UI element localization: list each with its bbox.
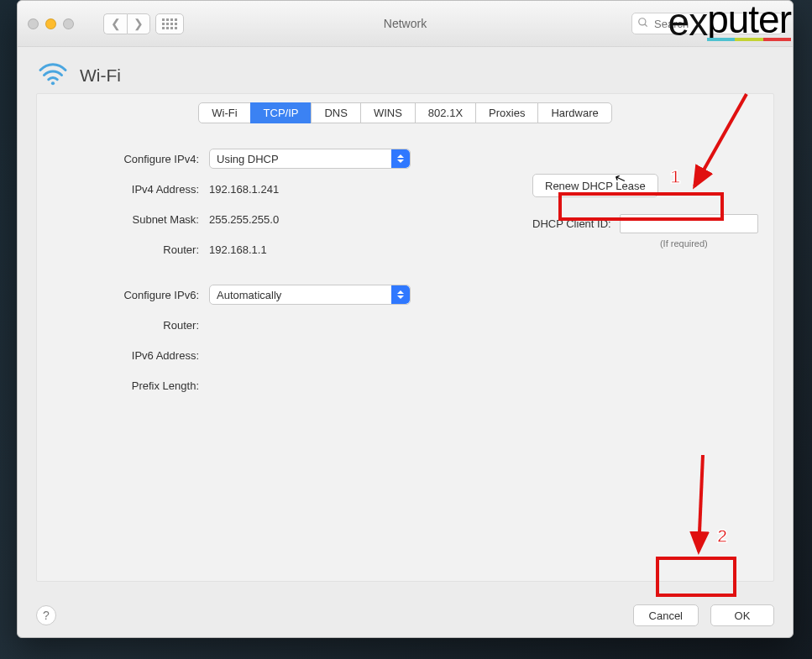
search-wrap bbox=[631, 13, 783, 34]
tab-8021x[interactable]: 802.1X bbox=[415, 102, 476, 123]
back-button[interactable]: ❮ bbox=[103, 13, 127, 34]
dhcp-client-id-hint: (If required) bbox=[532, 238, 758, 248]
svg-point-2 bbox=[51, 81, 55, 85]
configure-ipv6-value: Automatically bbox=[217, 289, 281, 301]
tab-wins[interactable]: WINS bbox=[360, 102, 416, 123]
dhcp-client-id-label: DHCP Client ID: bbox=[532, 217, 611, 230]
close-window-button[interactable] bbox=[28, 18, 39, 29]
svg-point-0 bbox=[639, 18, 646, 25]
ipv6-address-label: IPv6 Address: bbox=[62, 349, 209, 362]
network-preferences-window: ❮ ❯ Network ex puter bbox=[17, 0, 794, 638]
ipv4-address-label: IPv4 Address: bbox=[62, 183, 209, 196]
toolbar-nav: ❮ ❯ bbox=[103, 13, 184, 34]
zoom-window-button[interactable] bbox=[63, 18, 74, 29]
prefix-length-label: Prefix Length: bbox=[62, 379, 209, 392]
ipv4-router-value: 192.168.1.1 bbox=[209, 243, 267, 256]
dhcp-client-id-input[interactable] bbox=[620, 214, 758, 233]
subnet-mask-label: Subnet Mask: bbox=[62, 213, 209, 226]
renew-dhcp-lease-button[interactable]: Renew DHCP Lease bbox=[532, 174, 658, 197]
tcpip-form: Configure IPv4: Using DHCP IPv4 Address:… bbox=[37, 139, 773, 400]
select-caret-icon bbox=[391, 149, 410, 168]
panel-header: Wi-Fi bbox=[18, 47, 793, 93]
show-all-prefs-button[interactable] bbox=[155, 13, 184, 34]
svg-line-1 bbox=[645, 24, 647, 27]
configure-ipv4-value: Using DHCP bbox=[217, 153, 279, 165]
tab-hardware[interactable]: Hardware bbox=[537, 102, 611, 123]
grid-icon bbox=[162, 18, 177, 29]
ipv4-router-label: Router: bbox=[62, 243, 209, 256]
tab-dns[interactable]: DNS bbox=[311, 102, 360, 123]
ipv4-address-value: 192.168.1.241 bbox=[209, 183, 279, 196]
help-button[interactable]: ? bbox=[36, 605, 56, 625]
wifi-icon bbox=[38, 62, 68, 88]
tab-bar: Wi-Fi TCP/IP DNS WINS 802.1X Proxies Har… bbox=[37, 102, 773, 123]
configure-ipv6-select[interactable]: Automatically bbox=[209, 285, 411, 305]
configure-ipv4-label: Configure IPv4: bbox=[62, 153, 209, 165]
subnet-mask-value: 255.255.255.0 bbox=[209, 213, 279, 226]
search-input[interactable] bbox=[631, 13, 783, 34]
configure-ipv6-label: Configure IPv6: bbox=[62, 289, 209, 301]
tab-proxies[interactable]: Proxies bbox=[475, 102, 538, 123]
cancel-button[interactable]: Cancel bbox=[633, 604, 699, 626]
minimize-window-button[interactable] bbox=[45, 18, 56, 29]
select-caret-icon bbox=[391, 285, 410, 304]
search-icon bbox=[637, 17, 649, 31]
tab-wifi[interactable]: Wi-Fi bbox=[198, 102, 250, 123]
settings-panel: Wi-Fi TCP/IP DNS WINS 802.1X Proxies Har… bbox=[36, 93, 774, 582]
titlebar: ❮ ❯ Network ex puter bbox=[18, 1, 793, 47]
window-controls bbox=[28, 18, 95, 29]
configure-ipv4-select[interactable]: Using DHCP bbox=[209, 149, 411, 169]
tab-tcpip[interactable]: TCP/IP bbox=[250, 102, 312, 123]
dialog-footer: ? Cancel OK bbox=[18, 594, 793, 637]
forward-button[interactable]: ❯ bbox=[127, 13, 150, 34]
ok-button[interactable]: OK bbox=[710, 604, 774, 626]
panel-title: Wi-Fi bbox=[80, 65, 121, 86]
ipv6-router-label: Router: bbox=[62, 319, 209, 332]
